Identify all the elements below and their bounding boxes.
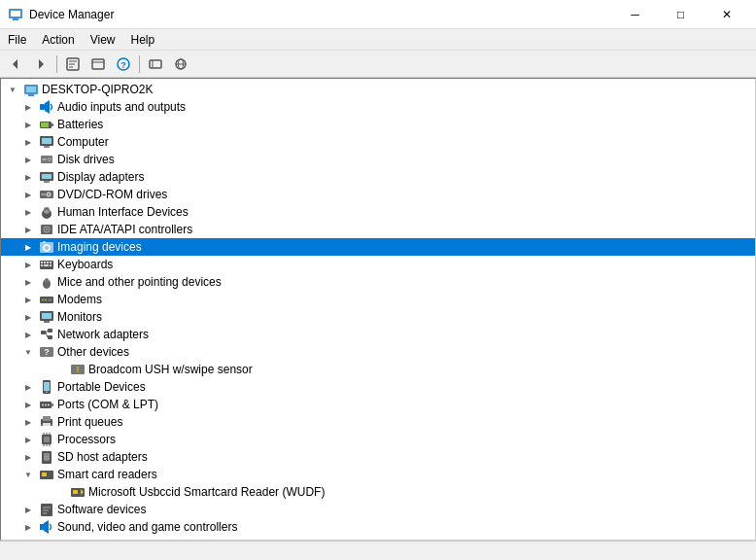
software-label: Software devices	[57, 503, 146, 516]
tree-item-mscard[interactable]: Microsoft Usbccid Smartcard Reader (WUDF…	[1, 483, 755, 501]
software-chevron[interactable]: ▶	[20, 502, 36, 517]
modems-chevron[interactable]: ▶	[20, 292, 36, 307]
svg-rect-64	[49, 298, 52, 301]
tree-item-smartcard[interactable]: ▼ Smart card readers	[1, 466, 755, 483]
keyboards-label: Keyboards	[57, 258, 113, 271]
smartcard-chevron[interactable]: ▼	[20, 467, 36, 482]
processors-label: Processors	[57, 433, 116, 446]
monitors-label: Monitors	[57, 310, 102, 324]
device-tree[interactable]: ▼ DESKTOP-QIPRO2K ▶ Audio inputs and	[0, 78, 756, 541]
modems-icon	[39, 292, 54, 307]
toolbar-properties[interactable]	[61, 53, 85, 75]
svg-rect-66	[42, 313, 52, 319]
tree-item-audio[interactable]: ▶ Audio inputs and outputs	[1, 98, 755, 116]
svg-rect-86	[43, 416, 51, 421]
tree-item-broadcom[interactable]: ! Broadcom USH w/swipe sensor	[1, 361, 755, 378]
tree-item-keyboards[interactable]: ▶ Keyboards	[1, 256, 755, 273]
tree-item-monitors[interactable]: ▶ Monitors	[1, 308, 755, 326]
tree-item-network[interactable]: ▶ Network adapters	[1, 326, 755, 343]
other-label: Other devices	[57, 345, 129, 359]
tree-item-sound[interactable]: ▶ Sound, video and game controllers	[1, 518, 755, 536]
root-chevron[interactable]: ▼	[5, 82, 20, 97]
computer-chevron[interactable]: ▶	[20, 134, 36, 150]
display-icon	[39, 169, 54, 185]
audio-chevron[interactable]: ▶	[20, 99, 36, 115]
toolbar-forward[interactable]	[29, 53, 52, 75]
ports-label: Ports (COM & LPT)	[57, 398, 158, 411]
dvd-label: DVD/CD-ROM drives	[57, 188, 167, 201]
svg-point-62	[42, 299, 44, 301]
tree-item-hid[interactable]: ▶ Human Interface Devices	[1, 203, 755, 221]
tree-item-imaging[interactable]: ▶ Imaging devices	[1, 238, 755, 256]
svg-rect-9	[92, 59, 104, 69]
mscard-icon	[70, 484, 86, 500]
imaging-chevron[interactable]: ▶	[20, 239, 36, 255]
toolbar-update[interactable]	[86, 53, 110, 75]
svg-rect-20	[28, 94, 34, 96]
diskdrives-chevron[interactable]: ▶	[20, 152, 36, 167]
svg-point-63	[45, 299, 47, 301]
mice-chevron[interactable]: ▶	[20, 274, 36, 290]
root-icon	[23, 82, 39, 97]
tree-item-printq[interactable]: ▶ Print queues	[1, 413, 755, 431]
toolbar-scan[interactable]	[144, 53, 167, 75]
toolbar-network[interactable]	[169, 53, 192, 75]
sdhost-chevron[interactable]: ▶	[20, 449, 36, 465]
tree-item-ports[interactable]: ▶ Ports (COM & LPT)	[1, 396, 755, 413]
toolbar-back[interactable]	[4, 53, 27, 75]
diskdrives-label: Disk drives	[57, 153, 115, 166]
dvd-chevron[interactable]: ▶	[20, 187, 36, 202]
sound-chevron[interactable]: ▶	[20, 519, 36, 535]
svg-rect-49	[43, 241, 46, 243]
keyboards-chevron[interactable]: ▶	[20, 257, 36, 272]
maximize-button[interactable]: □	[659, 4, 703, 25]
svg-rect-89	[44, 437, 50, 442]
tree-item-batteries[interactable]: ▶ Batteries	[1, 116, 755, 133]
svg-point-46	[46, 228, 48, 230]
tree-item-dvd[interactable]: ▶ DVD/CD-ROM drives	[1, 186, 755, 203]
display-label: Display adapters	[57, 170, 144, 184]
monitors-chevron[interactable]: ▶	[20, 309, 36, 325]
svg-point-83	[48, 404, 50, 406]
tree-item-modems[interactable]: ▶ Modems	[1, 291, 755, 308]
tree-item-ide[interactable]: ▶ IDE ATA/ATAPI controllers	[1, 221, 755, 238]
batteries-chevron[interactable]: ▶	[20, 117, 36, 132]
tree-item-diskdrives[interactable]: ▶ Disk drives	[1, 151, 755, 168]
tree-item-software[interactable]: ▶ Software devices	[1, 501, 755, 518]
audio-icon	[39, 99, 54, 115]
tree-item-mice[interactable]: ▶ Mice and other pointing devices	[1, 273, 755, 291]
svg-rect-84	[52, 403, 53, 406]
display-chevron[interactable]: ▶	[20, 169, 36, 185]
audio-label: Audio inputs and outputs	[57, 100, 186, 114]
tree-item-portable[interactable]: ▶ Portable Devices	[1, 378, 755, 396]
close-button[interactable]: ✕	[704, 4, 748, 25]
ports-chevron[interactable]: ▶	[20, 397, 36, 412]
other-chevron[interactable]: ▼	[20, 344, 36, 360]
tree-root[interactable]: ▼ DESKTOP-QIPRO2K	[1, 81, 755, 98]
svg-rect-27	[42, 138, 52, 144]
minimize-button[interactable]: ─	[613, 4, 657, 25]
tree-item-processors[interactable]: ▶ Processors	[1, 431, 755, 448]
hid-chevron[interactable]: ▶	[20, 204, 36, 220]
svg-rect-104	[73, 490, 78, 494]
menu-view[interactable]: View	[83, 29, 123, 50]
processors-chevron[interactable]: ▶	[20, 432, 36, 447]
svg-point-79	[46, 391, 48, 393]
toolbar-help[interactable]: ?	[112, 53, 135, 75]
sdhost-label: SD host adapters	[57, 450, 148, 464]
menu-action[interactable]: Action	[34, 29, 82, 50]
batteries-label: Batteries	[57, 118, 103, 131]
ide-chevron[interactable]: ▶	[20, 222, 36, 237]
svg-rect-67	[44, 321, 50, 323]
menu-file[interactable]: File	[0, 29, 34, 50]
portable-chevron[interactable]: ▶	[20, 379, 36, 395]
network-chevron[interactable]: ▶	[20, 327, 36, 342]
printq-chevron[interactable]: ▶	[20, 414, 36, 430]
svg-rect-56	[44, 264, 49, 266]
menu-help[interactable]: Help	[123, 29, 163, 50]
tree-item-other[interactable]: ▼ ? Other devices	[1, 343, 755, 361]
tree-item-computer[interactable]: ▶ Computer	[1, 133, 755, 151]
tree-item-display[interactable]: ▶ Display adapters	[1, 168, 755, 186]
svg-text:?: ?	[120, 60, 126, 70]
tree-item-sdhost[interactable]: ▶ SD host adapters	[1, 448, 755, 466]
